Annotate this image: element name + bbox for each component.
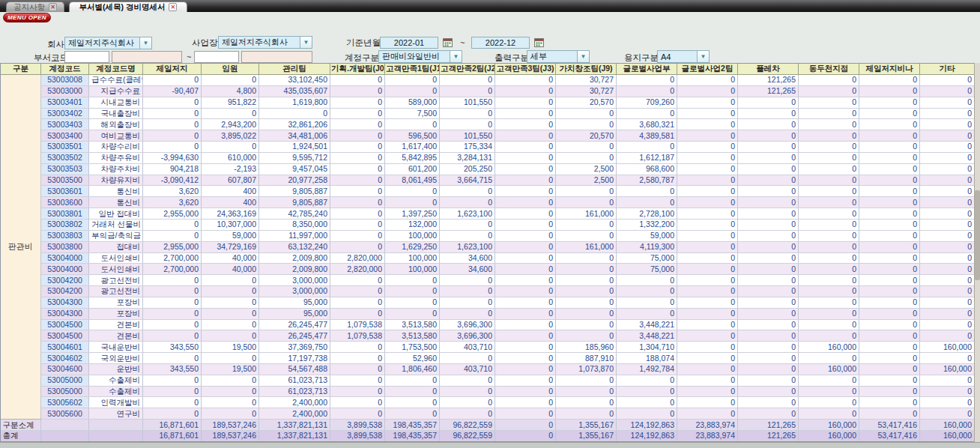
value-cell[interactable]: 160,000 bbox=[920, 363, 975, 375]
value-cell[interactable]: 3,664,715 bbox=[440, 175, 495, 186]
account-name-cell[interactable]: 운반비 bbox=[89, 363, 143, 375]
value-cell[interactable]: 0 bbox=[677, 308, 738, 319]
value-cell[interactable]: 160,000 bbox=[799, 431, 859, 442]
value-cell[interactable]: 0 bbox=[495, 264, 556, 275]
value-cell[interactable]: 0 bbox=[385, 397, 440, 408]
value-cell[interactable]: 0 bbox=[617, 375, 677, 386]
value-cell[interactable]: 0 bbox=[385, 275, 440, 286]
value-cell[interactable]: 198,435,357 bbox=[385, 420, 440, 431]
value-cell[interactable]: 4,119,300 bbox=[617, 241, 677, 252]
account-code-cell[interactable]: 53003400 bbox=[41, 130, 89, 142]
value-cell[interactable]: 0 bbox=[495, 275, 556, 286]
value-cell[interactable]: 0 bbox=[143, 275, 202, 286]
value-cell[interactable]: 0 bbox=[143, 119, 202, 130]
value-cell[interactable]: 0 bbox=[920, 142, 975, 153]
value-cell[interactable]: 0 bbox=[799, 241, 859, 252]
value-cell[interactable]: 1,623,100 bbox=[440, 241, 495, 252]
value-cell[interactable]: 0 bbox=[556, 197, 617, 208]
table-row[interactable]: 53003503차량주차비904,218-2,1939,457,0450601,… bbox=[1, 163, 975, 175]
account-code-cell[interactable]: 53004200 bbox=[41, 275, 89, 286]
value-cell[interactable]: 0 bbox=[859, 108, 920, 119]
value-cell[interactable]: 0 bbox=[859, 175, 920, 186]
value-cell[interactable]: 0 bbox=[440, 186, 495, 197]
value-cell[interactable]: 0 bbox=[440, 85, 495, 97]
value-cell[interactable]: 0 bbox=[859, 75, 920, 86]
value-cell[interactable]: 0 bbox=[385, 186, 440, 197]
value-cell[interactable]: 0 bbox=[677, 297, 738, 308]
value-cell[interactable]: 0 bbox=[330, 408, 385, 420]
value-cell[interactable]: 0 bbox=[859, 241, 920, 252]
value-cell[interactable]: 0 bbox=[202, 108, 259, 119]
value-cell[interactable]: 0 bbox=[859, 163, 920, 175]
value-cell[interactable]: 11,997,000 bbox=[259, 230, 330, 241]
value-cell[interactable]: 0 bbox=[799, 275, 859, 286]
value-cell[interactable]: 0 bbox=[859, 286, 920, 297]
table-row[interactable]: 53003000지급수수료-90,4074,800435,035,6070000… bbox=[1, 85, 975, 97]
value-cell[interactable]: 2,400,000 bbox=[259, 408, 330, 420]
value-cell[interactable]: 709,260 bbox=[617, 97, 677, 108]
value-cell[interactable]: 53,417,416 bbox=[859, 431, 920, 442]
value-cell[interactable]: 0 bbox=[859, 252, 920, 264]
account-name-cell[interactable]: 견본비 bbox=[89, 330, 143, 342]
value-cell[interactable]: -2,193 bbox=[202, 163, 259, 175]
value-cell[interactable]: 0 bbox=[495, 97, 556, 108]
value-cell[interactable]: 0 bbox=[330, 275, 385, 286]
value-cell[interactable]: 61,023,713 bbox=[259, 386, 330, 397]
table-row[interactable]: 53003400여비교통비03,895,02234,481,0060596,50… bbox=[1, 130, 975, 142]
value-cell[interactable]: 0 bbox=[859, 119, 920, 130]
value-cell[interactable]: 160,000 bbox=[799, 420, 859, 431]
table-row[interactable]: 53003802거래처 선물비010,307,0008,350,0000132,… bbox=[1, 219, 975, 230]
table-row[interactable]: 53005602인력개발비002,400,00000000000000 bbox=[1, 397, 975, 408]
account-code-cell[interactable]: 53003402 bbox=[41, 108, 89, 119]
value-cell[interactable]: 189,537,246 bbox=[202, 431, 259, 442]
value-cell[interactable]: 0 bbox=[738, 219, 799, 230]
account-code-cell[interactable]: 53005000 bbox=[41, 386, 89, 397]
account-name-cell[interactable]: 광고선전비 bbox=[89, 286, 143, 297]
account-code-cell[interactable]: 53003601 bbox=[41, 186, 89, 197]
value-cell[interactable]: -90,407 bbox=[143, 85, 202, 97]
account-code-cell[interactable]: 53003403 bbox=[41, 119, 89, 130]
value-cell[interactable]: 0 bbox=[799, 397, 859, 408]
value-cell[interactable]: 400 bbox=[202, 197, 259, 208]
value-cell[interactable]: 0 bbox=[859, 97, 920, 108]
value-cell[interactable]: 0 bbox=[202, 75, 259, 86]
company-select[interactable]: 제일저지주식회사 ▼ bbox=[64, 37, 152, 49]
value-cell[interactable]: 0 bbox=[556, 219, 617, 230]
table-row[interactable]: 53004500견본비0026,245,4771,079,5383,513,58… bbox=[1, 330, 975, 342]
total-row[interactable]: 총계16,871,601189,537,2461,337,821,1313,89… bbox=[1, 431, 975, 442]
value-cell[interactable]: 0 bbox=[799, 408, 859, 420]
value-cell[interactable]: 0 bbox=[440, 108, 495, 119]
horizontal-scrollbar[interactable] bbox=[0, 442, 980, 448]
value-cell[interactable]: 2,820,000 bbox=[330, 252, 385, 264]
value-cell[interactable]: 3,513,580 bbox=[385, 330, 440, 342]
value-cell[interactable]: 0 bbox=[677, 397, 738, 408]
tab-notice[interactable]: 공지사항 ✕ bbox=[6, 1, 64, 12]
value-cell[interactable]: 0 bbox=[677, 130, 738, 142]
value-cell[interactable]: 2,400,000 bbox=[259, 397, 330, 408]
value-cell[interactable]: 34,600 bbox=[440, 252, 495, 264]
value-cell[interactable]: 0 bbox=[859, 275, 920, 286]
value-cell[interactable]: 0 bbox=[738, 297, 799, 308]
value-cell[interactable]: 0 bbox=[617, 386, 677, 397]
value-cell[interactable]: 0 bbox=[738, 363, 799, 375]
value-cell[interactable]: 0 bbox=[617, 308, 677, 319]
table-row[interactable]: 53003601통신비3,6204009,805,88700000000000 bbox=[1, 186, 975, 197]
value-cell[interactable]: 0 bbox=[677, 264, 738, 275]
value-cell[interactable]: 0 bbox=[495, 130, 556, 142]
value-cell[interactable]: 0 bbox=[617, 75, 677, 86]
account-name-cell[interactable]: 견본비 bbox=[89, 319, 143, 330]
dept-name-from-input[interactable] bbox=[112, 51, 182, 63]
output-type-select[interactable]: 세부 ▼ bbox=[527, 50, 590, 63]
value-cell[interactable]: 0 bbox=[202, 142, 259, 153]
value-cell[interactable]: 0 bbox=[738, 130, 799, 142]
value-cell[interactable]: 0 bbox=[495, 186, 556, 197]
value-cell[interactable]: 1,806,460 bbox=[385, 363, 440, 375]
value-cell[interactable]: 0 bbox=[677, 142, 738, 153]
value-cell[interactable]: 0 bbox=[143, 108, 202, 119]
value-cell[interactable]: 0 bbox=[330, 119, 385, 130]
value-cell[interactable]: 0 bbox=[202, 286, 259, 297]
value-cell[interactable]: 0 bbox=[385, 408, 440, 420]
value-cell[interactable]: 0 bbox=[617, 108, 677, 119]
account-code-cell[interactable]: 53004000 bbox=[41, 264, 89, 275]
value-cell[interactable]: 0 bbox=[677, 319, 738, 330]
